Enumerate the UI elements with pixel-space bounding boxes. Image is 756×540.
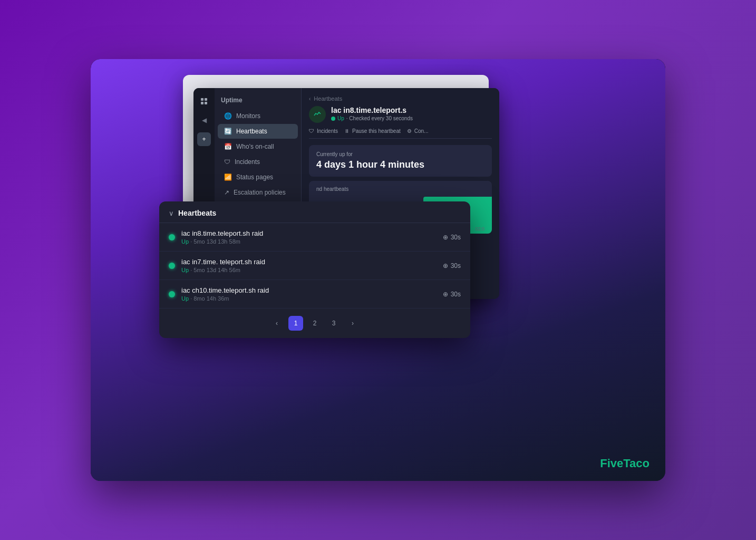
pagination: ‹ 1 2 3 › — [159, 308, 470, 338]
branding: FiveTaco — [600, 457, 650, 470]
plus-icon[interactable]: + — [197, 132, 211, 146]
hb-meta-1: Up · 5mo 13d 13h 58m — [181, 238, 443, 245]
hb-meta-2: Up · 5mo 13d 14h 56m — [181, 267, 443, 273]
breadcrumb: ‹ Heartbeats — [309, 95, 492, 102]
signal-icon: 📶 — [224, 173, 232, 181]
svg-rect-0 — [201, 98, 203, 101]
status-dot-2 — [169, 263, 175, 269]
uptime-card: Currently up for 4 days 1 hour 4 minutes — [309, 145, 492, 177]
prev-page-btn[interactable]: ‹ — [269, 316, 284, 331]
sidebar-item-whos-on-call[interactable]: 📅 Who's on-call — [218, 139, 298, 154]
back-icon[interactable]: ◀ — [197, 113, 211, 127]
page-btn-2[interactable]: 2 — [307, 316, 322, 331]
hb-name-3: iac ch10.time.teleport.sh raid — [181, 286, 443, 294]
sidebar-item-monitors[interactable]: 🌐 Monitors — [218, 109, 298, 123]
list-item[interactable]: iac in8.time.teleport.sh raid Up · 5mo 1… — [159, 223, 470, 252]
panel-chevron-icon: ∨ — [169, 209, 174, 217]
incidents-action-btn[interactable]: 🛡 Incidents — [309, 128, 338, 134]
calendar-icon: 📅 — [224, 143, 232, 150]
hb-info-1: iac in8.time.teleport.sh raid Up · 5mo 1… — [181, 229, 443, 245]
sidebar-item-status-pages[interactable]: 📶 Status pages — [218, 170, 298, 185]
sidebar-item-escalation[interactable]: ↗ Escalation policies — [218, 185, 298, 200]
hb-name-1: iac in8.time.teleport.sh raid — [181, 229, 443, 237]
svg-rect-2 — [201, 102, 203, 104]
sidebar-item-incidents[interactable]: 🛡 Incidents — [218, 155, 298, 169]
hb-interval-1: ⊕ 30s — [443, 234, 461, 241]
next-page-btn[interactable]: › — [345, 316, 360, 331]
hb-info-3: iac ch10.time.teleport.sh raid Up · 8mo … — [181, 286, 443, 302]
monitor-info: lac in8.time.teleport.s Up · Checked eve… — [331, 106, 413, 121]
panel-title: Heartbeats — [178, 209, 216, 217]
time-label-3: 02:0 — [475, 226, 484, 232]
pause-action-btn[interactable]: ⏸ Pause this heartbeat — [344, 128, 401, 134]
monitor-header: lac in8.time.teleport.s Up · Checked eve… — [309, 106, 492, 123]
chart-label: nd heartbeats — [316, 186, 484, 192]
list-item[interactable]: iac in7.time. teleport.sh raid Up · 5mo … — [159, 252, 470, 280]
heartbeats-icon: 🔄 — [224, 128, 232, 135]
breadcrumb-chevron-icon: ‹ — [309, 96, 311, 102]
brand-name1: Five — [600, 457, 623, 470]
hb-name-2: iac in7.time. teleport.sh raid — [181, 258, 443, 266]
breadcrumb-text: Heartbeats — [314, 95, 342, 102]
interval-icon-2: ⊕ — [443, 262, 448, 269]
escalation-icon: ↗ — [224, 189, 229, 196]
nav-section-title: Uptime — [215, 94, 301, 108]
monitors-icon: 🌐 — [224, 112, 232, 120]
interval-icon-1: ⊕ — [443, 234, 448, 241]
page-btn-1[interactable]: 1 — [288, 316, 303, 331]
monitor-title: lac in8.time.teleport.s — [331, 106, 413, 114]
uptime-label: Currently up for — [316, 151, 484, 157]
configure-action-icon: ⚙ — [407, 128, 412, 134]
sidebar-item-heartbeats[interactable]: 🔄 Heartbeats — [218, 124, 298, 139]
monitor-status: Up · Checked every 30 seconds — [331, 115, 413, 121]
monitor-icon — [309, 106, 326, 123]
hb-interval-3: ⊕ 30s — [443, 291, 461, 298]
list-item[interactable]: iac ch10.time.teleport.sh raid Up · 8mo … — [159, 280, 470, 308]
action-bar: 🛡 Incidents ⏸ Pause this heartbeat ⚙ Con… — [309, 128, 492, 139]
uptime-value: 4 days 1 hour 4 minutes — [316, 159, 484, 170]
hb-meta-3: Up · 8mo 14h 36m — [181, 295, 443, 302]
hb-interval-2: ⊕ 30s — [443, 262, 461, 269]
status-dot-1 — [169, 234, 175, 240]
screen: ◀ + 👤 👤 Uptime 🌐 Monitors 🔄 Heartbeats 📅… — [91, 59, 665, 481]
interval-icon-3: ⊕ — [443, 291, 448, 298]
logo-icon — [197, 94, 211, 108]
status-description: · Checked every 30 seconds — [346, 115, 413, 121]
page-btn-3[interactable]: 3 — [326, 316, 341, 331]
hb-info-2: iac in7.time. teleport.sh raid Up · 5mo … — [181, 258, 443, 273]
heartbeats-panel: ∨ Heartbeats iac in8.time.teleport.sh ra… — [159, 201, 470, 338]
svg-rect-3 — [205, 102, 207, 104]
status-dot-3 — [169, 291, 175, 297]
shield-icon: 🛡 — [224, 158, 230, 166]
configure-action-btn[interactable]: ⚙ Con... — [407, 128, 429, 134]
status-label: Up — [337, 115, 344, 121]
incidents-action-icon: 🛡 — [309, 128, 314, 134]
brand-name2: Taco — [623, 457, 650, 470]
pause-action-icon: ⏸ — [344, 128, 350, 134]
status-dot — [331, 117, 335, 121]
panel-header: ∨ Heartbeats — [159, 201, 470, 223]
svg-rect-1 — [205, 98, 207, 101]
